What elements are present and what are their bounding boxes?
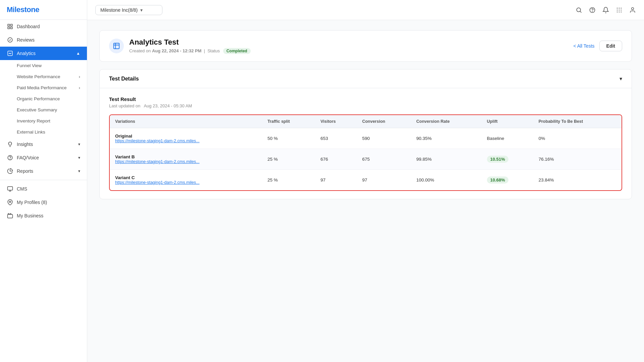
chevron-down-icon: ▾ bbox=[620, 75, 622, 82]
sidebar-item-insights-label: Insights bbox=[17, 142, 75, 147]
sidebar-item-website-performance[interactable]: Website Performance › bbox=[0, 71, 87, 82]
sidebar-item-paid-media-performance[interactable]: Paid Media Performance › bbox=[0, 82, 87, 93]
test-details-section: Test Details ▾ Test Result Last updated … bbox=[99, 69, 632, 199]
svg-rect-3 bbox=[11, 27, 12, 29]
main-area: Milestone Inc(8/8) ▾ bbox=[87, 0, 644, 362]
page-header-actions: < All Tests Edit bbox=[573, 41, 622, 51]
sidebar-item-dashboard-label: Dashboard bbox=[17, 24, 80, 29]
business-icon bbox=[7, 212, 13, 219]
variation-url-1[interactable]: https://milestone-staging1-dam-2.cms.mil… bbox=[115, 159, 202, 164]
status-badge: Completed bbox=[223, 48, 251, 54]
sidebar-item-faq-voice-label: FAQ/Voice bbox=[17, 155, 75, 160]
apps-icon[interactable] bbox=[616, 7, 623, 13]
sidebar-item-my-business-label: My Business bbox=[17, 213, 80, 218]
pie-icon bbox=[7, 168, 13, 174]
sidebar-item-funnel-view[interactable]: Funnel View bbox=[0, 60, 87, 71]
notification-icon[interactable] bbox=[602, 7, 609, 13]
variation-url-0[interactable]: https://milestone-staging1-dam-2.cms.mil… bbox=[115, 139, 202, 143]
cell-conv-rate-0: 90.35% bbox=[411, 128, 482, 149]
table-row: Variant C https://milestone-staging1-dam… bbox=[110, 170, 622, 191]
sidebar-item-analytics-label: Analytics bbox=[17, 51, 73, 56]
cell-visitors-1: 676 bbox=[315, 149, 357, 170]
sidebar-item-cms[interactable]: CMS bbox=[0, 182, 87, 196]
sidebar: Milestone Dashboard Reviews Analytics ▲ … bbox=[0, 0, 87, 362]
svg-point-21 bbox=[619, 11, 620, 12]
cms-icon bbox=[7, 186, 13, 192]
svg-point-9 bbox=[9, 201, 11, 203]
svg-point-23 bbox=[632, 7, 634, 10]
sidebar-item-my-profiles[interactable]: My Profiles (8) bbox=[0, 196, 87, 209]
search-icon[interactable] bbox=[576, 7, 582, 13]
svg-point-20 bbox=[617, 11, 618, 12]
brand-name: Milestone bbox=[7, 5, 39, 14]
chevron-down-icon: ▾ bbox=[78, 155, 80, 160]
variation-url-2[interactable]: https://milestone-staging1-dam-2.cms.mil… bbox=[115, 180, 202, 185]
page-title: Analytics Test bbox=[129, 38, 573, 47]
sidebar-item-organic-performance[interactable]: Organic Performance bbox=[0, 93, 87, 104]
org-selector-label: Milestone Inc(8/8) bbox=[100, 7, 138, 13]
org-selector[interactable]: Milestone Inc(8/8) ▾ bbox=[95, 5, 162, 15]
edit-button[interactable]: Edit bbox=[599, 41, 622, 51]
nav-divider bbox=[0, 180, 87, 180]
cell-traffic-1: 25 % bbox=[262, 149, 315, 170]
cell-probability-1: 76.16% bbox=[533, 149, 622, 170]
svg-rect-10 bbox=[8, 214, 13, 218]
pin-icon bbox=[7, 199, 13, 206]
chevron-down-icon: ▾ bbox=[78, 169, 80, 173]
svg-point-13 bbox=[592, 11, 593, 11]
col-probability: Probability To Be Best bbox=[533, 115, 622, 128]
sidebar-item-reviews[interactable]: Reviews bbox=[0, 33, 87, 47]
cell-uplift-0: Baseline bbox=[482, 128, 533, 149]
topbar: Milestone Inc(8/8) ▾ bbox=[87, 0, 644, 20]
cell-visitors-2: 97 bbox=[315, 170, 357, 191]
svg-point-11 bbox=[577, 8, 581, 12]
bulb-icon bbox=[7, 141, 13, 148]
sidebar-item-executive-summary[interactable]: Executive Summary bbox=[0, 104, 87, 115]
table-row: Variant B https://milestone-staging1-dam… bbox=[110, 149, 622, 170]
sidebar-item-my-profiles-label: My Profiles (8) bbox=[17, 200, 80, 205]
section-header[interactable]: Test Details ▾ bbox=[100, 69, 632, 88]
sidebar-item-faq-voice[interactable]: FAQ/Voice ▾ bbox=[0, 151, 87, 164]
chevron-down-icon: ▾ bbox=[78, 142, 80, 147]
col-traffic-split: Traffic split bbox=[262, 115, 315, 128]
page-header-info: Analytics Test Created on Aug 22, 2024 -… bbox=[129, 38, 573, 54]
svg-rect-8 bbox=[8, 187, 13, 190]
cell-conversion-2: 97 bbox=[357, 170, 411, 191]
topbar-icons bbox=[576, 7, 636, 13]
col-variations: Variations bbox=[110, 115, 262, 128]
test-result-title: Test Result bbox=[109, 96, 622, 102]
results-table-wrapper: Variations Traffic split Visitors Conver… bbox=[109, 114, 622, 191]
sidebar-item-dashboard[interactable]: Dashboard bbox=[0, 20, 87, 33]
svg-rect-1 bbox=[11, 24, 12, 26]
user-icon[interactable] bbox=[629, 7, 636, 13]
chevron-right-icon: › bbox=[79, 85, 81, 90]
help-icon[interactable] bbox=[589, 7, 596, 13]
sidebar-item-inventory-report[interactable]: Inventory Report bbox=[0, 115, 87, 126]
section-body: Test Result Last updated on Aug 23, 2024… bbox=[100, 88, 632, 199]
sidebar-item-insights[interactable]: Insights ▾ bbox=[0, 138, 87, 151]
sidebar-item-reports[interactable]: Reports ▾ bbox=[0, 164, 87, 178]
grid-icon bbox=[7, 23, 13, 30]
svg-rect-0 bbox=[8, 24, 9, 26]
sidebar-item-reports-label: Reports bbox=[17, 168, 75, 174]
chevron-down-icon: ▾ bbox=[140, 7, 143, 13]
sidebar-item-my-business[interactable]: My Business bbox=[0, 209, 87, 222]
sidebar-item-analytics[interactable]: Analytics ▲ bbox=[0, 47, 87, 60]
chevron-up-icon: ▲ bbox=[76, 51, 80, 56]
cell-traffic-2: 25 % bbox=[262, 170, 315, 191]
cell-variation-2: Variant C https://milestone-staging1-dam… bbox=[110, 170, 262, 191]
sidebar-item-cms-label: CMS bbox=[17, 186, 80, 192]
chart-icon bbox=[7, 50, 13, 57]
svg-point-19 bbox=[621, 9, 622, 10]
content-area: Analytics Test Created on Aug 22, 2024 -… bbox=[87, 20, 644, 362]
table-row: Original https://milestone-staging1-dam-… bbox=[110, 128, 622, 149]
sidebar-item-reviews-label: Reviews bbox=[17, 37, 80, 43]
cell-uplift-1: 10.51% bbox=[482, 149, 533, 170]
cell-traffic-0: 50 % bbox=[262, 128, 315, 149]
test-result-subtitle: Last updated on Aug 23, 2024 - 05:30 AM bbox=[109, 103, 622, 108]
all-tests-link[interactable]: < All Tests bbox=[573, 43, 594, 49]
cell-probability-0: 0% bbox=[533, 128, 622, 149]
svg-point-18 bbox=[619, 9, 620, 10]
svg-point-15 bbox=[619, 7, 620, 8]
sidebar-item-external-links[interactable]: External Links bbox=[0, 126, 87, 138]
